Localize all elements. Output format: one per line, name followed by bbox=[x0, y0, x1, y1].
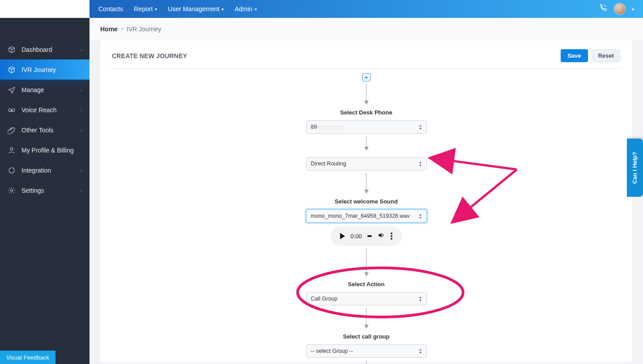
volume-icon[interactable] bbox=[377, 231, 385, 241]
kebab-icon[interactable] bbox=[391, 233, 392, 240]
step-label-call-group: Select call group bbox=[343, 333, 389, 340]
sidebar-item-label: Other Tools bbox=[21, 127, 53, 134]
sidebar-item-dashboard[interactable]: Dashboard › bbox=[0, 39, 89, 59]
sidebar-item-integration[interactable]: Integration › bbox=[0, 160, 89, 180]
sidebar-item-label: Settings bbox=[21, 187, 44, 194]
flow-area: + Select Desk Phone 89 ▲▼ Direct Routing… bbox=[112, 69, 621, 355]
chevron-right-icon: › bbox=[81, 107, 82, 113]
updown-icon: ▲▼ bbox=[418, 161, 423, 167]
add-step-button[interactable]: + bbox=[362, 73, 370, 81]
svg-point-1 bbox=[12, 109, 15, 111]
logo-area bbox=[0, 0, 89, 18]
desk-phone-select[interactable]: 89 ▲▼ bbox=[306, 120, 427, 134]
circle-icon bbox=[7, 166, 16, 174]
updown-icon: ▲▼ bbox=[418, 124, 423, 130]
nav-report[interactable]: Report▾ bbox=[134, 5, 157, 13]
svg-point-3 bbox=[9, 168, 14, 173]
sidebar-item-ivr-journey[interactable]: IVR Journey bbox=[0, 59, 89, 80]
panel-title: CREATE NEW JOURNEY bbox=[112, 52, 187, 59]
chevron-down-icon: ▾ bbox=[221, 7, 224, 12]
chevron-down-icon[interactable]: ▾ bbox=[632, 7, 634, 12]
svg-point-2 bbox=[10, 148, 13, 150]
chevron-down-icon: ▾ bbox=[255, 7, 257, 12]
play-icon[interactable] bbox=[340, 233, 345, 239]
updown-icon: ▲▼ bbox=[418, 296, 423, 302]
welcome-sound-select[interactable]: mono_mono_7mar_64958_519328.wav ▲▼ bbox=[306, 209, 427, 223]
help-tab[interactable]: Can I Help? bbox=[627, 139, 643, 197]
send-icon bbox=[7, 86, 16, 94]
svg-point-4 bbox=[11, 189, 13, 191]
action-select[interactable]: Call Group ▲▼ bbox=[306, 292, 427, 305]
chevron-right-icon: › bbox=[81, 47, 82, 52]
flow-connector bbox=[366, 136, 366, 150]
select-value: Call Group bbox=[311, 296, 338, 302]
routing-select[interactable]: Direct Routing ▲▼ bbox=[306, 157, 427, 170]
audio-time: 0:00 bbox=[350, 233, 362, 240]
flow-connector bbox=[366, 84, 366, 104]
content-area: Home • IVR Journey CREATE NEW JOURNEY Sa… bbox=[89, 18, 643, 364]
nav-admin[interactable]: Admin▾ bbox=[234, 5, 257, 13]
chevron-right-icon: › bbox=[81, 188, 82, 193]
nav-user-management[interactable]: User Management▾ bbox=[168, 5, 224, 13]
step-label-action: Select Action bbox=[348, 281, 385, 288]
flow-connector bbox=[366, 360, 366, 364]
breadcrumb-current: IVR Journey bbox=[127, 25, 161, 33]
sidebar-item-label: IVR Journey bbox=[21, 66, 56, 73]
select-value: Direct Routing bbox=[311, 161, 346, 167]
sidebar-item-label: My Profile & Billing bbox=[21, 147, 74, 154]
sidebar-item-profile-billing[interactable]: My Profile & Billing bbox=[0, 140, 89, 160]
sidebar-item-label: Manage bbox=[21, 86, 44, 93]
breadcrumb: Home • IVR Journey bbox=[89, 18, 643, 40]
voicemail-icon bbox=[7, 106, 16, 114]
svg-line-6 bbox=[468, 169, 517, 210]
breadcrumb-home[interactable]: Home bbox=[100, 25, 118, 33]
select-value: mono_mono_7mar_64958_519328.wav bbox=[311, 213, 410, 219]
visual-feedback-button[interactable]: Visual Feedback bbox=[0, 351, 55, 364]
phone-icon[interactable] bbox=[599, 4, 608, 14]
flow-connector bbox=[366, 249, 366, 275]
audio-track[interactable] bbox=[367, 235, 372, 237]
updown-icon: ▲▼ bbox=[418, 348, 423, 354]
sidebar-item-voice-reach[interactable]: Voice Reach › bbox=[0, 100, 89, 120]
user-icon bbox=[7, 146, 16, 154]
chevron-right-icon: › bbox=[81, 168, 82, 173]
svg-point-0 bbox=[9, 109, 11, 111]
sidebar-item-label: Dashboard bbox=[21, 46, 52, 53]
top-navbar: Contacts Report▾ User Management▾ Admin▾… bbox=[89, 0, 643, 18]
chevron-right-icon: › bbox=[81, 127, 82, 133]
journey-panel: CREATE NEW JOURNEY Save Reset + Select D… bbox=[100, 40, 632, 362]
sidebar-item-settings[interactable]: Settings › bbox=[0, 180, 89, 200]
audio-player: 0:00 bbox=[331, 226, 402, 246]
paperclip-icon bbox=[7, 126, 16, 134]
chevron-right-icon: › bbox=[81, 87, 82, 93]
step-label-desk-phone: Select Desk Phone bbox=[340, 109, 392, 116]
flow-connector bbox=[366, 173, 366, 193]
svg-line-5 bbox=[450, 161, 517, 169]
sidebar-item-label: Integration bbox=[21, 167, 51, 174]
save-button[interactable]: Save bbox=[561, 49, 588, 62]
sidebar-item-label: Voice Reach bbox=[21, 106, 57, 114]
sidebar-item-other-tools[interactable]: Other Tools › bbox=[0, 120, 89, 140]
call-group-select[interactable]: -- select Group -- ▲▼ bbox=[306, 344, 427, 358]
annotation-arrows bbox=[443, 156, 532, 238]
updown-icon: ▲▼ bbox=[418, 213, 423, 219]
select-value: 89 bbox=[311, 124, 345, 130]
reset-button[interactable]: Reset bbox=[592, 49, 621, 62]
step-label-welcome-sound: Select welcome Sound bbox=[335, 198, 398, 205]
select-value: -- select Group -- bbox=[311, 348, 353, 354]
cube-icon bbox=[7, 46, 16, 54]
cube-icon bbox=[7, 66, 16, 74]
breadcrumb-separator: • bbox=[121, 26, 123, 32]
sidebar-item-manage[interactable]: Manage › bbox=[0, 80, 89, 100]
avatar[interactable] bbox=[614, 3, 626, 15]
flow-connector bbox=[366, 308, 366, 328]
nav-contacts[interactable]: Contacts bbox=[98, 5, 123, 13]
chevron-down-icon: ▾ bbox=[155, 7, 157, 12]
gear-icon bbox=[7, 186, 16, 195]
sidebar: Dashboard › IVR Journey Manage › Voice R… bbox=[0, 18, 89, 364]
